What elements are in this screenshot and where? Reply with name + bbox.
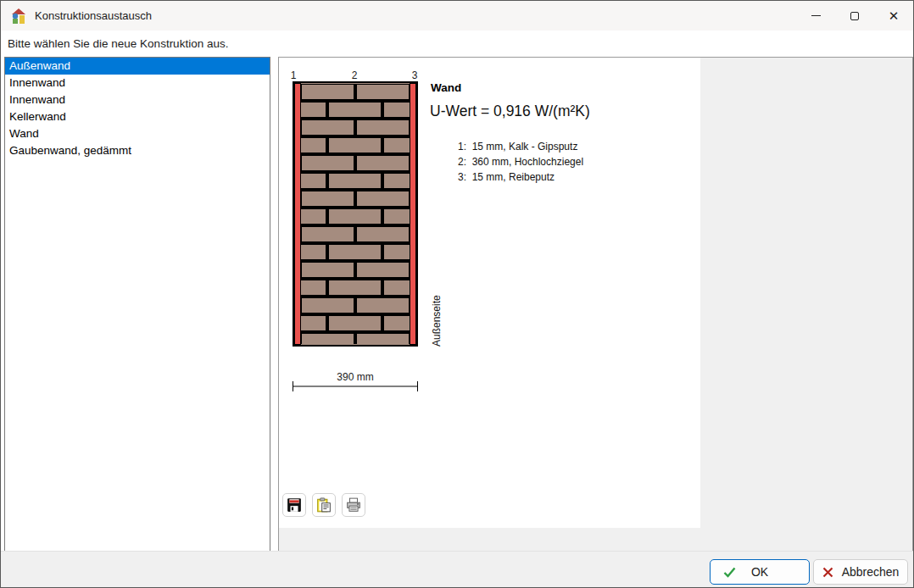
cross-icon: [822, 567, 833, 578]
instruction-label: Bitte wählen Sie die neue Konstruktion a…: [8, 37, 228, 50]
copy-to-clipboard-icon: [316, 497, 332, 513]
layer-list: 1: 15 mm, Kalk - Gipsputz 2: 360 mm, Hoc…: [458, 139, 583, 185]
list-item-aussenwand[interactable]: Außenwand: [5, 58, 270, 75]
minimize-button[interactable]: [796, 1, 835, 31]
plaster-layer-left: [295, 84, 301, 345]
preview-title: Wand: [431, 81, 461, 94]
ok-button[interactable]: OK: [710, 559, 810, 585]
layer-row-2: 2: 360 mm, Hochlochziegel: [458, 154, 583, 169]
list-item-kellerwand[interactable]: Kellerwand: [5, 108, 270, 125]
save-button[interactable]: [282, 493, 306, 517]
titlebar: Konstruktionsaustausch ✕: [1, 1, 913, 31]
cancel-button[interactable]: Abbrechen: [813, 559, 908, 585]
preview-panel: 1 2 3 390 mm Wand U-Wert = 0,916 W/(m²K)…: [278, 57, 913, 552]
list-item-wand[interactable]: Wand: [5, 125, 270, 142]
ok-button-label: OK: [711, 565, 809, 579]
cancel-button-label: Abbrechen: [842, 565, 900, 579]
layer-marker-2: 2: [352, 69, 358, 81]
preview-toolbar: [282, 493, 365, 517]
construction-listbox: Außenwand Innenwand Innenwand Kellerwand…: [4, 57, 270, 552]
construction-preview-canvas: 1 2 3 390 mm Wand U-Wert = 0,916 W/(m²K)…: [279, 58, 700, 528]
print-icon: [346, 497, 361, 513]
list-item-innenwand-1[interactable]: Innenwand: [5, 75, 270, 92]
u-value: U-Wert = 0,916 W/(m²K): [430, 103, 590, 120]
dialog-konstruktionsaustausch: Konstruktionsaustausch ✕ Bitte wählen Si…: [0, 0, 914, 588]
brick-layer: [301, 84, 410, 344]
layer-marker-3: 3: [412, 69, 418, 81]
print-button[interactable]: [342, 493, 365, 517]
plaster-layer-right: [410, 84, 416, 345]
layer-row-1: 1: 15 mm, Kalk - Gipsputz: [458, 139, 583, 154]
layer-row-3: 3: 15 mm, Reibeputz: [458, 169, 583, 185]
close-button[interactable]: ✕: [874, 1, 913, 31]
list-item-gaubenwand[interactable]: Gaubenwand, gedämmt: [5, 142, 270, 159]
window-title: Konstruktionsaustausch: [35, 9, 152, 22]
close-icon: ✕: [889, 9, 900, 22]
save-icon: [287, 497, 302, 513]
dimension-label: 390 mm: [337, 371, 373, 383]
house-icon: [10, 8, 27, 25]
footer-bar: OK Abbrechen: [1, 551, 913, 587]
copy-to-clipboard-button[interactable]: [312, 493, 336, 517]
list-item-innenwand-2[interactable]: Innenwand: [5, 92, 270, 108]
outside-label: Außenseite: [431, 270, 444, 347]
wall-cross-section-drawing: 1 2 3 390 mm: [284, 63, 454, 402]
minimize-icon: [811, 15, 821, 16]
maximize-icon: [850, 12, 859, 20]
layer-marker-1: 1: [291, 69, 297, 81]
window-controls: ✕: [796, 1, 913, 31]
maximize-button[interactable]: [835, 1, 874, 31]
